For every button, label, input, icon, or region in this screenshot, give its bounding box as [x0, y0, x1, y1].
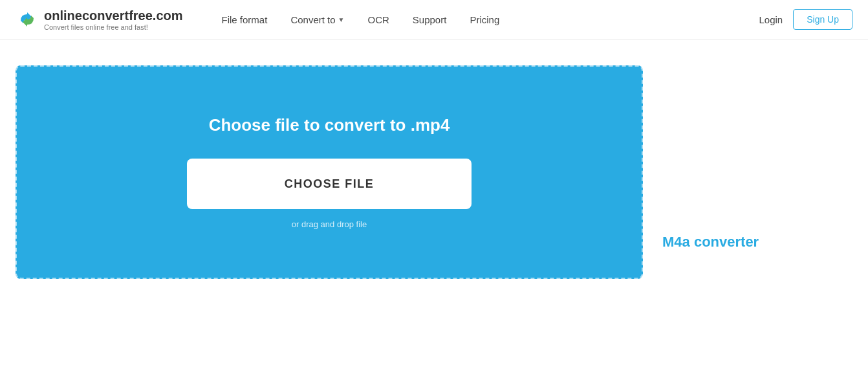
chevron-down-icon: ▼: [338, 16, 345, 23]
nav-convert-to[interactable]: Convert to ▼: [290, 14, 344, 25]
sidebar: M4a converter: [662, 65, 759, 250]
logo-subtitle: Convert files online free and fast!: [44, 23, 183, 31]
nav-pricing[interactable]: Pricing: [470, 14, 499, 25]
logo-text-area: onlineconvertfree.com Convert files onli…: [44, 8, 183, 31]
main-nav: File format Convert to ▼ OCR Support Pri…: [222, 14, 759, 25]
login-link[interactable]: Login: [759, 14, 783, 25]
drag-drop-text: or drag and drop file: [292, 219, 367, 229]
nav-ocr[interactable]: OCR: [367, 14, 389, 25]
main-content: Choose file to convert to .mp4 CHOOSE FI…: [0, 39, 868, 279]
header: onlineconvertfree.com Convert files onli…: [0, 0, 868, 39]
signup-button[interactable]: Sign Up: [793, 9, 852, 30]
nav-support[interactable]: Support: [413, 14, 447, 25]
upload-box: Choose file to convert to .mp4 CHOOSE FI…: [16, 65, 643, 279]
choose-file-button[interactable]: CHOOSE FILE: [187, 159, 472, 209]
logo-icon: [16, 8, 39, 31]
auth-area: Login Sign Up: [759, 9, 852, 30]
upload-heading: Choose file to convert to .mp4: [209, 115, 450, 135]
nav-file-format[interactable]: File format: [222, 14, 268, 25]
logo-title: onlineconvertfree.com: [44, 8, 183, 23]
sidebar-converter-title: M4a converter: [662, 234, 759, 250]
logo-link[interactable]: onlineconvertfree.com Convert files onli…: [16, 8, 183, 31]
